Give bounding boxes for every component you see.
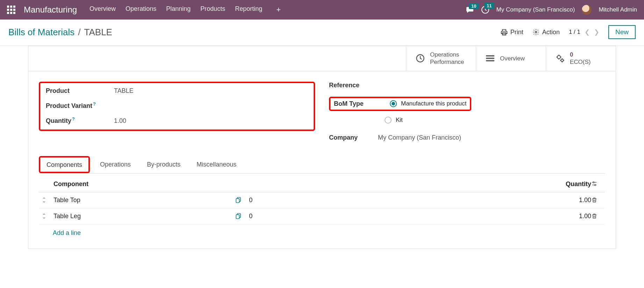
quantity-label: Quantity? <box>46 117 114 125</box>
company-selector[interactable]: My Company (San Francisco) <box>496 6 575 13</box>
drag-handle-icon[interactable] <box>42 197 53 203</box>
product-label: Product <box>46 87 114 95</box>
tab-components[interactable]: Components <box>44 159 85 171</box>
cell-qty[interactable]: 1.00 <box>542 213 591 220</box>
help-icon[interactable]: ? <box>93 101 96 106</box>
pager: 1 / 1 ❮ ❯ <box>569 28 599 36</box>
new-button[interactable]: New <box>608 25 636 39</box>
forecast-icon[interactable] <box>235 213 249 220</box>
th-quantity: Quantity <box>542 180 591 188</box>
bom-type-manufacture[interactable]: Manufacture this product <box>390 100 466 107</box>
gear-icon <box>532 29 539 36</box>
components-table: Component Quantity Table Top <box>39 176 605 242</box>
stat-operations-performance[interactable]: Operations Performance <box>406 46 476 71</box>
activities-icon[interactable]: 11 <box>481 6 489 14</box>
messages-icon[interactable]: 10 <box>466 6 474 14</box>
stat-ecos-label: ECO(S) <box>570 58 591 66</box>
trash-icon[interactable] <box>591 213 602 220</box>
th-component: Component <box>53 180 235 188</box>
table-row[interactable]: Table Top 0 1.00 <box>39 192 605 208</box>
svg-point-3 <box>557 56 560 59</box>
nav-plus-icon[interactable]: + <box>276 5 281 14</box>
add-line-button[interactable]: Add a line <box>39 224 605 242</box>
gears-icon <box>555 53 565 63</box>
username[interactable]: Mitchell Admin <box>599 6 637 13</box>
variant-label: Product Variant? <box>46 102 114 110</box>
adjust-icon[interactable] <box>591 180 602 187</box>
stat-ecos[interactable]: 0 ECO(S) <box>546 46 616 71</box>
tab-operations[interactable]: Operations <box>92 156 139 173</box>
action-label: Action <box>542 29 560 36</box>
svg-point-6 <box>594 184 596 185</box>
clock-icon <box>415 53 425 63</box>
app-title[interactable]: Manufacturing <box>24 5 77 15</box>
print-icon <box>501 29 508 36</box>
bom-opt1-label: Manufacture this product <box>401 100 466 107</box>
drag-handle-icon[interactable] <box>42 213 53 219</box>
top-navbar: Manufacturing Overview Operations Planni… <box>0 0 644 20</box>
stat-overview-label: Overview <box>500 55 525 62</box>
nav-products[interactable]: Products <box>200 5 225 14</box>
forecast-icon[interactable] <box>235 197 249 204</box>
tab-byproducts[interactable]: By-products <box>139 156 188 173</box>
breadcrumb-sep: / <box>78 27 80 38</box>
quantity-value[interactable]: 1.00 <box>114 117 126 125</box>
help-icon[interactable]: ? <box>72 116 75 121</box>
print-button[interactable]: Print <box>501 29 523 36</box>
reference-label: Reference <box>329 82 397 89</box>
cell-zero: 0 <box>249 197 270 204</box>
svg-rect-10 <box>236 215 239 219</box>
nav-overview[interactable]: Overview <box>90 5 116 14</box>
bom-opt2-label: Kit <box>396 117 403 124</box>
list-icon <box>485 53 495 63</box>
breadcrumb-bar: Bills of Materials / TABLE Print Action … <box>0 20 644 46</box>
breadcrumb-root[interactable]: Bills of Materials <box>8 27 74 38</box>
svg-rect-8 <box>236 199 239 203</box>
stat-ecos-count: 0 <box>570 51 591 58</box>
stat-ops-line2: Performance <box>430 58 464 66</box>
pager-count[interactable]: 1 / 1 <box>569 29 580 36</box>
radio-checked-icon <box>390 100 397 107</box>
highlight-box-tab: Components <box>39 156 90 173</box>
product-value[interactable]: TABLE <box>114 87 134 95</box>
nav-planning[interactable]: Planning <box>166 5 191 14</box>
apps-launcher-icon[interactable] <box>7 6 15 14</box>
tabs: Components Operations By-products Miscel… <box>39 156 605 173</box>
cell-zero: 0 <box>249 213 270 220</box>
table-row[interactable]: Table Leg 0 1.00 <box>39 208 605 224</box>
radio-unchecked-icon <box>385 117 392 124</box>
company-value[interactable]: My Company (San Francisco) <box>378 134 461 141</box>
pager-prev-icon[interactable]: ❮ <box>585 28 590 36</box>
bom-type-label: BoM Type <box>334 100 376 108</box>
cell-qty[interactable]: 1.00 <box>542 197 591 204</box>
stat-ops-line1: Operations <box>430 51 464 58</box>
activities-badge: 11 <box>484 3 494 9</box>
nav-reporting[interactable]: Reporting <box>235 5 262 14</box>
svg-point-4 <box>561 59 563 62</box>
action-button[interactable]: Action <box>532 29 560 36</box>
cell-name[interactable]: Table Leg <box>53 213 235 220</box>
company-label: Company <box>329 134 378 141</box>
stat-overview[interactable]: Overview <box>476 46 546 71</box>
form-card: Operations Performance Overview 0 ECO(S) <box>28 46 616 249</box>
avatar[interactable] <box>582 5 592 15</box>
messages-badge: 10 <box>469 3 479 9</box>
print-label: Print <box>510 29 523 36</box>
nav-operations[interactable]: Operations <box>126 5 156 14</box>
cell-name[interactable]: Table Top <box>53 197 235 204</box>
highlight-box-left: Product TABLE Product Variant? Quantity?… <box>39 82 315 131</box>
highlight-box-bomtype: BoM Type Manufacture this product <box>329 97 471 111</box>
svg-point-1 <box>535 31 537 33</box>
breadcrumb-current: TABLE <box>84 27 112 38</box>
tab-misc[interactable]: Miscellaneous <box>188 156 244 173</box>
pager-next-icon[interactable]: ❯ <box>594 28 599 36</box>
stat-buttons: Operations Performance Overview 0 ECO(S) <box>28 46 616 71</box>
bom-type-kit[interactable]: Kit <box>385 117 403 124</box>
svg-point-5 <box>593 182 594 183</box>
trash-icon[interactable] <box>591 197 602 204</box>
